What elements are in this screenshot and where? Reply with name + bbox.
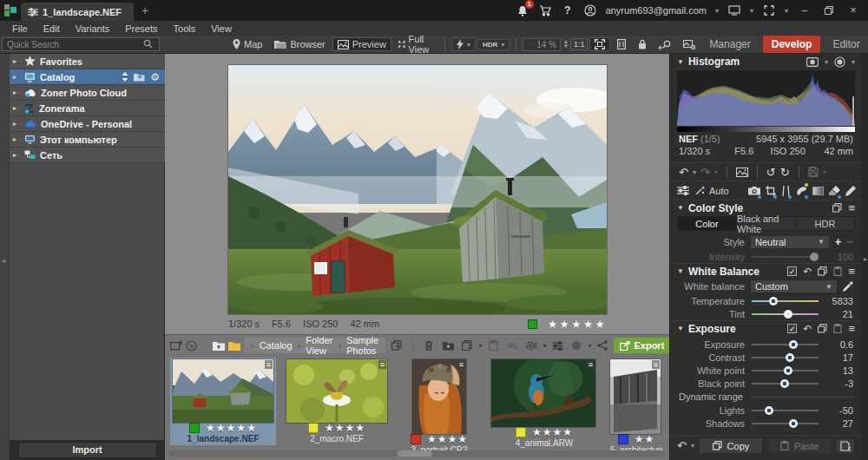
wb-enabled-checkbox[interactable]: ✓ <box>787 266 797 276</box>
thumb-menu-icon[interactable]: ≡ <box>378 360 386 369</box>
black-point-slider[interactable] <box>752 383 819 384</box>
zoom-stepper[interactable]: ▲▼ <box>563 40 569 49</box>
map-button[interactable]: Map <box>227 37 267 51</box>
temperature-slider[interactable] <box>752 300 819 302</box>
save-icon[interactable] <box>808 167 819 177</box>
thumbnail-architecture[interactable]: ≡ ★★ 5_architecture.A <box>608 358 665 457</box>
sidebar-item-catalog[interactable]: ▸ Catalog ⚙ <box>10 69 165 85</box>
flash-caret-icon[interactable]: ▾ <box>467 41 470 49</box>
shadows-slider[interactable] <box>752 423 819 424</box>
collapse-icon[interactable]: ▼ <box>677 58 684 66</box>
thumb-menu-icon[interactable]: ≡ <box>265 360 273 369</box>
exposure-paste-icon[interactable] <box>833 324 842 333</box>
thumb-rating-stars[interactable]: ★★★★★ <box>206 422 257 434</box>
close-button[interactable]: × <box>845 4 861 16</box>
pen-tool-icon[interactable] <box>845 184 856 198</box>
collapse-icon[interactable]: ▼ <box>677 204 684 212</box>
thumb-color-label[interactable] <box>411 434 421 444</box>
preview-quality-icon[interactable] <box>569 338 584 353</box>
histogram-mode-icon[interactable] <box>806 57 819 67</box>
show-original-icon[interactable] <box>736 168 748 177</box>
section-menu-icon[interactable]: ≡ <box>848 201 855 214</box>
share-icon[interactable] <box>595 338 610 353</box>
filter-settings-icon[interactable] <box>549 338 565 353</box>
exposure-slider[interactable] <box>752 344 819 345</box>
add-tab-button[interactable]: + <box>134 0 156 21</box>
preview-quality-caret-icon[interactable]: ▾ <box>588 342 591 350</box>
auto-label[interactable]: Auto <box>709 186 729 196</box>
tab-hdr[interactable]: HDR <box>796 217 854 230</box>
sort-icon[interactable] <box>122 72 128 82</box>
menu-presets[interactable]: Presets <box>118 23 164 34</box>
sidebar-item-favorites[interactable]: ▸ Favorites <box>10 54 165 69</box>
import-button[interactable]: Import <box>18 442 157 458</box>
wb-paste-icon[interactable] <box>833 266 842 276</box>
thumb-color-label[interactable] <box>189 423 200 433</box>
notifications-bell-icon[interactable]: 1 <box>516 3 529 17</box>
document-tab[interactable]: 1_landscape.NEF <box>21 3 134 21</box>
sidebar-collapse-icon[interactable]: ◂ <box>2 257 5 265</box>
sync-compare-icon[interactable] <box>170 338 182 353</box>
remove-style-button[interactable]: − <box>846 235 853 248</box>
breadcrumb-sample-photos[interactable]: Sample Photos <box>346 335 378 356</box>
copy-settings-icon[interactable] <box>832 203 842 213</box>
wb-reset-icon[interactable]: ↶ <box>803 266 812 278</box>
camera-roll-icon[interactable] <box>523 338 539 353</box>
hdr-button[interactable]: HDR ▾ <box>477 39 510 50</box>
thumb-rating-stars[interactable]: ★★★★ <box>427 433 468 445</box>
color-label-chip[interactable] <box>528 319 537 329</box>
rename-icon[interactable]: ab| <box>504 338 520 353</box>
expander-icon[interactable]: ▸ <box>13 135 20 143</box>
footer-undo-icon[interactable]: ↶ <box>677 439 687 452</box>
copy-settings-button[interactable]: Copy <box>699 437 763 454</box>
browser-button[interactable]: Browser <box>269 37 330 51</box>
copy-caret-icon[interactable]: ▾ <box>478 342 482 350</box>
help-button[interactable]: ? <box>561 3 575 17</box>
crop-tool-icon[interactable] <box>766 184 776 198</box>
zoom-compare-button[interactable] <box>654 38 676 51</box>
thumb-menu-icon[interactable]: ≡ <box>652 360 660 369</box>
auto-wand-icon[interactable] <box>694 184 706 198</box>
fullscreen-caret-icon[interactable]: ▾ <box>785 7 788 15</box>
menu-file[interactable]: File <box>5 23 35 34</box>
develop-settings-icon[interactable]: ⚙ <box>836 438 855 454</box>
wb-dropdown[interactable]: Custom ▼ <box>750 279 838 293</box>
photo-preview[interactable] <box>228 65 607 314</box>
auto-advance-icon[interactable]: a <box>186 338 197 353</box>
gear-icon[interactable]: ⚙ <box>150 71 160 83</box>
copy-icon[interactable] <box>459 338 475 353</box>
breadcrumb-catalog[interactable]: Catalog <box>260 340 293 351</box>
thumb-color-label[interactable] <box>308 423 319 433</box>
new-folder-icon[interactable] <box>440 338 456 353</box>
intensity-slider[interactable] <box>752 256 819 258</box>
exposure-enabled-checkbox[interactable]: ✓ <box>787 324 797 333</box>
straighten-tool-icon[interactable] <box>781 184 791 198</box>
thumb-rating-stars[interactable]: ★★★★ <box>532 426 573 438</box>
tint-slider[interactable] <box>752 313 819 315</box>
histogram-mode-caret-icon[interactable]: ▾ <box>825 58 828 66</box>
zoom-level-input[interactable] <box>523 38 561 51</box>
eyedropper-icon[interactable] <box>843 281 853 292</box>
account-menu-caret-icon[interactable]: ▾ <box>715 7 719 15</box>
sidebar-item-onedrive[interactable]: ▸ OneDrive - Personal <box>10 116 165 132</box>
delete-icon[interactable] <box>421 338 437 353</box>
wb-copy-icon[interactable] <box>818 266 827 276</box>
tab-black-and-white[interactable]: Black and White <box>737 217 796 230</box>
camera-roll-caret-icon[interactable]: ▾ <box>542 342 546 350</box>
thumb-rating-stars[interactable]: ★★★★ <box>325 422 365 434</box>
thumb-color-label[interactable] <box>618 434 628 444</box>
breadcrumb-folder-view[interactable]: Folder View <box>306 335 332 356</box>
folder-up-icon[interactable] <box>213 338 225 353</box>
rating-stars[interactable]: ★★★★★ <box>548 318 607 331</box>
collapse-icon[interactable]: ▼ <box>677 267 684 275</box>
overlay-caret-icon[interactable]: ▾ <box>852 58 855 66</box>
overlay-toggle-icon[interactable] <box>834 56 845 68</box>
exposure-copy-icon[interactable] <box>818 324 827 333</box>
one-to-one-button[interactable]: 1:1 <box>570 38 589 50</box>
add-style-button[interactable]: + <box>835 235 842 248</box>
redo-caret-icon[interactable]: ▾ <box>714 168 718 176</box>
mode-develop[interactable]: Develop <box>763 36 821 53</box>
expander-icon[interactable]: ▸ <box>13 104 20 112</box>
panel-collapse-strip[interactable]: ▸ <box>861 54 868 460</box>
expander-icon[interactable]: ▸ <box>13 57 20 65</box>
